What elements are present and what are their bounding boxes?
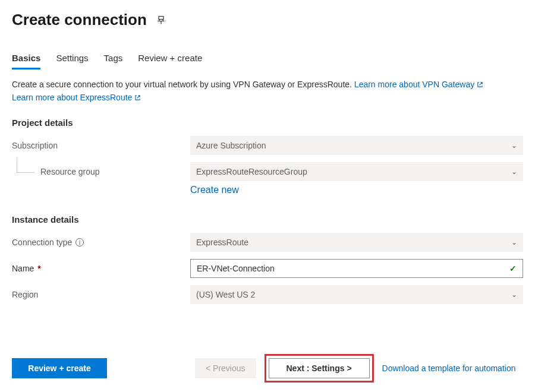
tab-tags[interactable]: Tags xyxy=(104,53,123,69)
tab-review-create[interactable]: Review + create xyxy=(138,53,202,69)
instance-details-heading: Instance details xyxy=(12,214,523,225)
next-button[interactable]: Next : Settings > xyxy=(269,358,370,378)
chevron-down-icon: ⌄ xyxy=(511,290,517,299)
learn-expressroute-link[interactable]: Learn more about ExpressRoute xyxy=(12,93,141,102)
resource-group-label: Resource group xyxy=(40,167,100,176)
check-icon: ✓ xyxy=(509,264,517,273)
name-value: ER-VNet-Connection xyxy=(197,264,275,273)
connection-type-label: Connection type i xyxy=(12,238,190,247)
review-create-button[interactable]: Review + create xyxy=(12,358,107,378)
resource-group-select[interactable]: ExpressRouteResourceGroup ⌄ xyxy=(190,162,523,181)
project-details-heading: Project details xyxy=(12,118,523,128)
pin-icon[interactable] xyxy=(156,15,166,25)
subscription-select[interactable]: Azure Subscription ⌄ xyxy=(190,136,523,155)
previous-button: < Previous xyxy=(195,358,256,378)
page-title: Create connection xyxy=(12,11,147,29)
chevron-down-icon: ⌄ xyxy=(511,167,517,176)
tab-bar: Basics Settings Tags Review + create xyxy=(12,53,523,70)
learn-vpn-link[interactable]: Learn more about VPN Gateway xyxy=(354,80,483,89)
intro-copy: Create a secure connection to your virtu… xyxy=(12,80,354,89)
name-label: Name xyxy=(12,264,190,273)
subscription-value: Azure Subscription xyxy=(196,141,266,150)
footer-bar: Review + create < Previous Next : Settin… xyxy=(12,354,523,382)
region-label: Region xyxy=(12,290,190,299)
external-link-icon xyxy=(477,79,483,91)
info-icon[interactable]: i xyxy=(75,238,84,246)
tab-basics[interactable]: Basics xyxy=(12,53,40,69)
region-value: (US) West US 2 xyxy=(196,290,255,299)
subscription-label: Subscription xyxy=(12,141,190,150)
connection-type-select[interactable]: ExpressRoute ⌄ xyxy=(190,233,523,252)
tab-settings[interactable]: Settings xyxy=(56,53,88,69)
create-new-link[interactable]: Create new xyxy=(190,185,239,195)
next-button-highlight: Next : Settings > xyxy=(265,354,374,382)
hierarchy-line xyxy=(17,157,34,173)
download-template-link[interactable]: Download a template for automation xyxy=(382,363,516,373)
svg-rect-0 xyxy=(159,16,163,19)
name-input[interactable]: ER-VNet-Connection ✓ xyxy=(190,259,523,278)
chevron-down-icon: ⌄ xyxy=(511,141,517,150)
region-select[interactable]: (US) West US 2 ⌄ xyxy=(190,285,523,304)
chevron-down-icon: ⌄ xyxy=(511,238,517,246)
external-link-icon xyxy=(134,92,141,105)
resource-group-value: ExpressRouteResourceGroup xyxy=(196,167,307,176)
connection-type-value: ExpressRoute xyxy=(196,238,248,247)
intro-text: Create a secure connection to your virtu… xyxy=(12,78,523,105)
